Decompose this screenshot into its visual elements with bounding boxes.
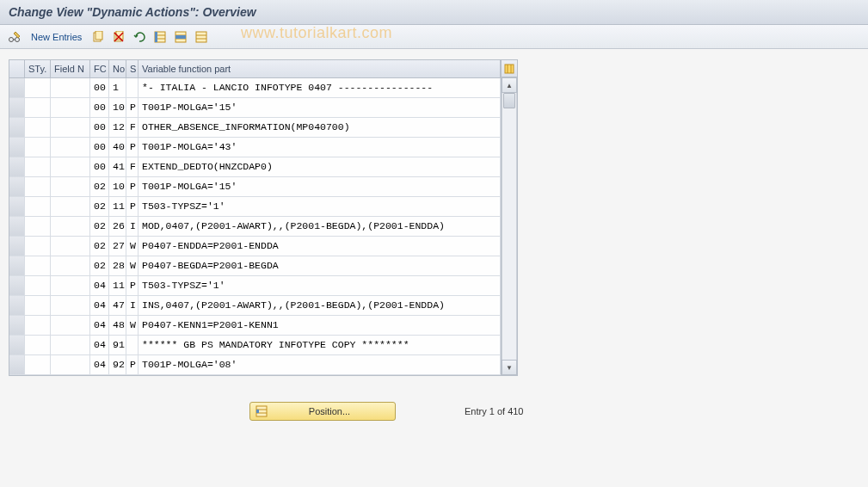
row-select[interactable] [9,296,25,315]
cell-sty[interactable] [25,138,51,157]
column-config-icon[interactable] [502,60,517,77]
cell-sty[interactable] [25,296,51,315]
cell-s[interactable]: P [126,276,139,295]
cell-variable-function[interactable]: P0407-KENN1=P2001-KENN1 [139,316,501,335]
scroll-thumb[interactable] [503,93,515,108]
cell-variable-function[interactable]: OTHER_ABSENCE_INFORMATION(MP040700) [139,118,501,137]
cell-fc[interactable]: 04 [90,296,109,315]
cell-fc[interactable]: 00 [90,78,109,97]
cell-s[interactable]: F [126,118,139,137]
cell-fc[interactable]: 02 [90,256,109,275]
cell-s[interactable]: W [126,256,139,275]
cell-no[interactable]: 27 [109,237,126,256]
row-select[interactable] [9,237,25,256]
cell-field-n[interactable] [51,256,90,275]
cell-variable-function[interactable]: T001P-MOLGA='15' [139,98,501,117]
cell-no[interactable]: 47 [109,296,126,315]
cell-field-n[interactable] [51,316,90,335]
scroll-down-button[interactable]: ▼ [502,360,517,375]
cell-field-n[interactable] [51,237,90,256]
cell-variable-function[interactable]: *- ITALIA - LANCIO INFOTYPE 0407 -------… [139,78,501,97]
cell-no[interactable]: 10 [109,98,126,117]
scroll-track[interactable] [502,93,517,360]
row-select[interactable] [9,355,25,374]
cell-sty[interactable] [25,177,51,196]
scroll-up-button[interactable]: ▲ [502,77,517,93]
cell-s[interactable]: P [126,177,139,196]
cell-field-n[interactable] [51,138,90,157]
cell-field-n[interactable] [51,217,90,236]
cell-variable-function[interactable]: T001P-MOLGA='15' [139,177,501,196]
cell-field-n[interactable] [51,197,90,216]
header-fc[interactable]: FC [90,60,109,77]
pencil-glasses-icon[interactable] [7,29,22,45]
cell-field-n[interactable] [51,355,90,374]
cell-no[interactable]: 1 [109,78,126,97]
row-select[interactable] [9,138,25,157]
cell-variable-function[interactable]: T001P-MOLGA='08' [139,355,501,374]
cell-no[interactable]: 11 [109,197,126,216]
header-s[interactable]: S [126,60,139,77]
cell-no[interactable]: 92 [109,355,126,374]
cell-no[interactable]: 41 [109,157,126,176]
cell-no[interactable]: 40 [109,138,126,157]
row-select[interactable] [9,336,25,354]
cell-fc[interactable]: 00 [90,157,109,176]
row-select[interactable] [9,78,25,97]
cell-sty[interactable] [25,237,51,256]
cell-variable-function[interactable]: MOD,0407,(P2001-AWART),,(P2001-BEGDA),(P… [139,217,501,236]
cell-variable-function[interactable]: EXTEND_DEDTO(HNZCDAP0) [139,157,501,176]
cell-fc[interactable]: 02 [90,177,109,196]
cell-sty[interactable] [25,157,51,176]
cell-variable-function[interactable]: INS,0407,(P2001-AWART),,(P2001-BEGDA),(P… [139,296,501,315]
cell-no[interactable]: 10 [109,177,126,196]
row-select[interactable] [9,177,25,196]
cell-variable-function[interactable]: P0407-BEGDA=P2001-BEGDA [139,256,501,275]
cell-sty[interactable] [25,98,51,117]
cell-field-n[interactable] [51,276,90,295]
cell-sty[interactable] [25,217,51,236]
select-all-icon[interactable] [152,29,168,45]
cell-s[interactable]: F [126,157,139,176]
cell-s[interactable]: W [126,237,139,256]
copy-icon[interactable] [90,29,106,45]
cell-s[interactable]: P [126,355,139,374]
cell-s[interactable]: P [126,197,139,216]
cell-fc[interactable]: 04 [90,316,109,335]
cell-sty[interactable] [25,256,51,275]
cell-field-n[interactable] [51,296,90,315]
cell-no[interactable]: 48 [109,316,126,335]
row-select[interactable] [9,256,25,275]
cell-variable-function[interactable]: P0407-ENDDA=P2001-ENDDA [139,237,501,256]
row-select[interactable] [9,276,25,295]
cell-variable-function[interactable]: T503-TYPSZ='1' [139,276,501,295]
cell-fc[interactable]: 04 [90,355,109,374]
cell-sty[interactable] [25,316,51,335]
cell-no[interactable]: 91 [109,336,126,354]
cell-variable-function[interactable]: T503-TYPSZ='1' [139,197,501,216]
cell-s[interactable]: I [126,217,139,236]
cell-sty[interactable] [25,78,51,97]
cell-fc[interactable]: 02 [90,217,109,236]
row-select[interactable] [9,316,25,335]
cell-field-n[interactable] [51,336,90,354]
row-select[interactable] [9,217,25,236]
cell-s[interactable] [126,336,139,354]
header-field-n[interactable]: Field N [51,60,90,77]
cell-no[interactable]: 26 [109,217,126,236]
cell-field-n[interactable] [51,177,90,196]
header-sty[interactable]: STy. [25,60,51,77]
select-block-icon[interactable] [173,29,188,45]
cell-field-n[interactable] [51,78,90,97]
row-select[interactable] [9,98,25,117]
cell-field-n[interactable] [51,98,90,117]
cell-fc[interactable]: 04 [90,276,109,295]
cell-fc[interactable]: 00 [90,98,109,117]
cell-s[interactable]: P [126,98,139,117]
header-variable-function[interactable]: Variable function part [139,60,501,77]
cell-s[interactable]: I [126,296,139,315]
cell-no[interactable]: 28 [109,256,126,275]
cell-s[interactable]: W [126,316,139,335]
row-select[interactable] [9,157,25,176]
cell-sty[interactable] [25,276,51,295]
